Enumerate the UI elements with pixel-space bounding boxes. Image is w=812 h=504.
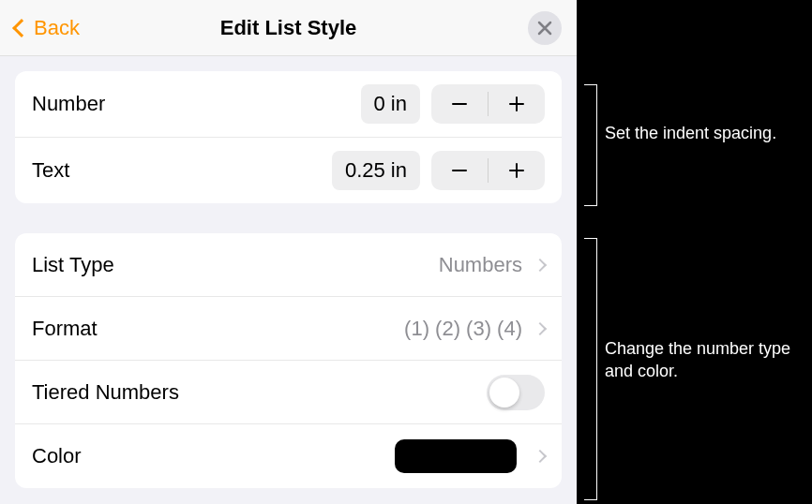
close-icon: [537, 21, 552, 36]
settings-group: List Type Numbers Format (1) (2) (3) (4)…: [15, 233, 562, 488]
plus-icon: [507, 95, 526, 113]
number-increment-button[interactable]: [489, 84, 545, 124]
page-title: Edit List Style: [220, 16, 356, 40]
tiered-numbers-label: Tiered Numbers: [32, 380, 179, 405]
plus-icon: [507, 161, 526, 180]
color-swatch: [395, 439, 517, 473]
callouts-area: Set the indent spacing. Change the numbe…: [577, 0, 812, 504]
tiered-numbers-row: Tiered Numbers: [15, 361, 562, 424]
number-label: Number: [32, 92, 105, 116]
text-decrement-button[interactable]: [431, 151, 488, 190]
format-row[interactable]: Format (1) (2) (3) (4): [15, 297, 562, 361]
number-indent-row: Number 0 in: [15, 71, 562, 138]
content: Number 0 in Text 0.25 in: [0, 56, 577, 504]
text-stepper: [431, 151, 545, 190]
text-indent-row: Text 0.25 in: [15, 138, 562, 203]
list-type-value: Numbers: [439, 253, 522, 277]
back-label: Back: [34, 16, 80, 40]
number-value: 0 in: [361, 84, 420, 124]
minus-icon: [450, 161, 469, 180]
chevron-left-icon: [12, 19, 31, 37]
chevron-right-icon: [534, 258, 547, 271]
text-value: 0.25 in: [332, 151, 420, 190]
edit-list-style-panel: Back Edit List Style Number 0 in: [0, 0, 577, 504]
close-button[interactable]: [528, 11, 562, 45]
chevron-right-icon: [534, 321, 547, 334]
minus-icon: [450, 95, 469, 113]
callout-settings: Change the number type and color.: [605, 337, 793, 383]
list-type-label: List Type: [32, 253, 114, 277]
text-increment-button[interactable]: [489, 151, 545, 190]
bracket-icon: [584, 84, 597, 206]
back-button[interactable]: Back: [15, 16, 80, 40]
number-stepper: [431, 84, 545, 124]
chevron-right-icon: [534, 450, 547, 463]
tiered-numbers-toggle[interactable]: [487, 375, 545, 410]
list-type-row[interactable]: List Type Numbers: [15, 233, 562, 297]
toggle-knob: [489, 378, 519, 408]
number-decrement-button[interactable]: [431, 84, 488, 124]
indent-group: Number 0 in Text 0.25 in: [15, 71, 562, 203]
bracket-icon: [584, 238, 597, 500]
format-value: (1) (2) (3) (4): [404, 317, 522, 341]
header: Back Edit List Style: [0, 0, 577, 56]
callout-indent: Set the indent spacing.: [605, 122, 793, 144]
format-label: Format: [32, 317, 98, 341]
color-label: Color: [32, 444, 82, 468]
color-row[interactable]: Color: [15, 424, 562, 488]
text-label: Text: [32, 158, 69, 183]
